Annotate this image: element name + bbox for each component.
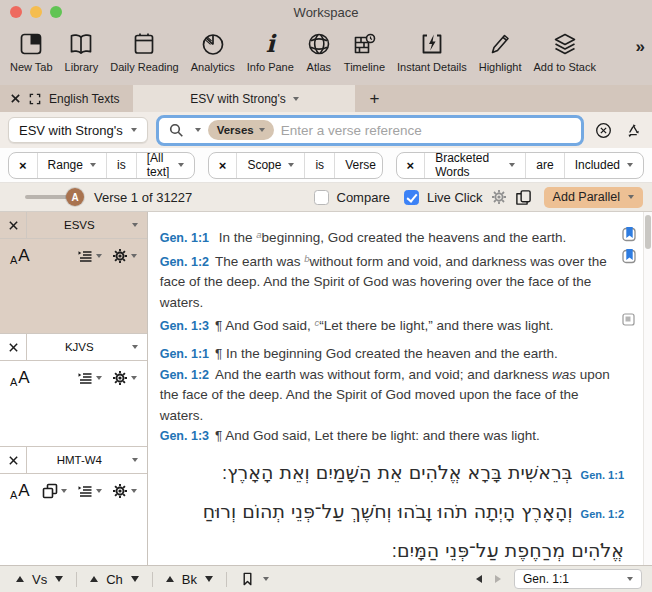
filter-verb: is (106, 153, 136, 178)
pane-control-hmt-w4: HMT-W4 AA (0, 447, 147, 565)
toolbar-label: New Tab (10, 61, 53, 73)
toolbar-button-daily-reading[interactable]: Daily Reading (104, 29, 184, 73)
verse-slider[interactable]: A (25, 195, 75, 199)
verse-ref[interactable]: Gen. 1:2 (160, 368, 209, 382)
pane-gear-button[interactable] (112, 370, 137, 386)
close-pane-icon[interactable] (0, 334, 27, 360)
toolbar-button-library[interactable]: Library (59, 29, 105, 73)
gear-icon[interactable] (491, 189, 507, 205)
verse-ref[interactable]: Gen. 1:1 (581, 469, 624, 481)
chevron-down-icon (96, 254, 102, 258)
atlas-icon (306, 29, 332, 59)
outline-view-button[interactable] (77, 248, 102, 264)
clear-search-icon[interactable] (592, 122, 614, 139)
minimize-window-button[interactable] (30, 6, 42, 18)
chevron-down-icon[interactable] (263, 577, 269, 581)
duplicate-pane-icon[interactable] (515, 189, 532, 206)
kjvs-text-pane[interactable]: Gen. 1:1¶ In the beginning God created t… (148, 334, 652, 447)
live-click-checkbox[interactable] (404, 190, 419, 205)
next-verse-icon[interactable] (55, 576, 63, 582)
filter-value-dropdown[interactable]: [All text] (136, 153, 194, 178)
close-pane-icon[interactable] (0, 447, 27, 473)
pane-name-dropdown[interactable]: KJVS (27, 341, 132, 353)
zoom-window-button[interactable] (50, 6, 62, 18)
toolbar-button-add-to-stack[interactable]: Add to Stack (528, 29, 602, 73)
history-back-icon[interactable] (476, 575, 482, 583)
previous-book-icon[interactable] (166, 576, 174, 582)
note-page-icon[interactable] (622, 312, 635, 330)
close-pane-icon[interactable] (0, 212, 27, 238)
pane-name-dropdown[interactable]: HMT-W4 (27, 454, 132, 466)
toolbar-button-instant-details[interactable]: Instant Details (391, 29, 473, 73)
scrollbar[interactable] (643, 212, 652, 565)
verse-ref[interactable]: Gen. 1:1 (160, 347, 209, 361)
bookmark-icon[interactable] (240, 571, 255, 587)
previous-verse-icon[interactable] (16, 576, 24, 582)
chevron-down-icon[interactable] (195, 128, 201, 132)
search-mode-pill[interactable]: Verses (208, 120, 274, 140)
expand-zone-icon[interactable] (29, 93, 41, 105)
new-tab-icon (18, 29, 44, 59)
text-size-control[interactable]: AA (10, 368, 30, 388)
module-select-button[interactable]: ESV with Strong's (8, 117, 148, 143)
chapter-nav-group: Ch (77, 572, 153, 587)
verse-ref[interactable]: Gen. 1:2 (160, 255, 209, 269)
search-icon[interactable] (166, 123, 188, 138)
filter-field-dropdown[interactable]: Range (37, 153, 106, 178)
remove-filter-button[interactable]: × (9, 153, 37, 178)
toolbar-button-highlight[interactable]: Highlight (473, 29, 528, 73)
verse-ref[interactable]: Gen. 1:3 (160, 319, 209, 333)
search-row: ESV with Strong's Verses Enter a verse r… (0, 112, 652, 148)
current-reference-dropdown[interactable]: Gen. 1:1 (514, 569, 642, 589)
verse-ref[interactable]: Gen. 1:3 (160, 429, 209, 443)
filter-field-dropdown[interactable]: Scope (236, 153, 304, 178)
verse-ref[interactable]: Gen. 1:1 (160, 231, 209, 245)
pane-gear-button[interactable] (112, 483, 137, 499)
chevron-down-icon (627, 577, 633, 581)
esvs-text-pane[interactable]: Gen. 1:1 In the abeginning, God created … (148, 212, 652, 334)
text-size-control[interactable]: AA (10, 481, 30, 501)
verse-slider-knob[interactable]: A (66, 188, 84, 206)
compare-checkbox[interactable] (314, 190, 329, 205)
pane-name-dropdown[interactable]: ESVS (27, 219, 132, 231)
search-input[interactable]: Verses Enter a verse reference (156, 115, 584, 146)
close-window-button[interactable] (10, 6, 22, 18)
research-recycle-icon[interactable] (622, 123, 644, 138)
previous-chapter-icon[interactable] (90, 576, 98, 582)
toolbar-button-new-tab[interactable]: New Tab (4, 29, 59, 73)
filter-field-dropdown[interactable]: Bracketed Words (424, 153, 525, 178)
verse: Gen. 1:1¶ In the beginning God created t… (160, 344, 624, 365)
pane-gear-button[interactable] (112, 248, 137, 264)
tab-esv-with-strongs[interactable]: ESV with Strong's (133, 85, 355, 112)
toolbar-label: Daily Reading (110, 61, 178, 73)
note-bookmark-icon[interactable] (622, 226, 637, 246)
chevron-down-icon (131, 376, 137, 380)
filter-value-dropdown[interactable]: Included (564, 153, 643, 178)
toolbar-overflow-chevron-icon[interactable]: » (636, 37, 645, 57)
scrollbar-thumb[interactable] (645, 215, 651, 249)
text-size-control[interactable]: AA (10, 246, 30, 266)
add-parallel-button[interactable]: Add Parallel (544, 187, 643, 208)
filter-value-dropdown[interactable]: Verse (334, 153, 382, 178)
outline-view-button[interactable] (77, 483, 102, 499)
toolbar-button-info-pane[interactable]: i Info Pane (241, 29, 300, 73)
toolbar-label: Library (65, 61, 99, 73)
remove-filter-button[interactable]: × (397, 153, 425, 178)
window-title: Workspace (294, 5, 359, 20)
verse-ref[interactable]: Gen. 1:2 (581, 508, 624, 520)
note-bookmark-icon[interactable] (622, 248, 637, 268)
hmt-w4-text-pane[interactable]: Gen. 1:1בְּרֵאשִׁית בָּרָא אֱלֹהִים אֵת … (148, 447, 652, 565)
close-zone-icon[interactable] (10, 93, 21, 104)
outline-view-button[interactable] (77, 370, 102, 386)
next-chapter-icon[interactable] (131, 576, 139, 582)
toolbar-button-analytics[interactable]: Analytics (185, 29, 241, 73)
next-book-icon[interactable] (205, 576, 213, 582)
remove-filter-button[interactable]: × (209, 153, 237, 178)
toolbar-button-atlas[interactable]: Atlas (300, 29, 338, 73)
add-tab-button[interactable]: + (355, 85, 393, 112)
toolbar-button-timeline[interactable]: Timeline (338, 29, 391, 73)
toolbar-label: Timeline (344, 61, 385, 73)
toolbar-label: Analytics (191, 61, 235, 73)
history-forward-icon[interactable] (495, 575, 501, 583)
layers-view-button[interactable] (42, 483, 67, 499)
